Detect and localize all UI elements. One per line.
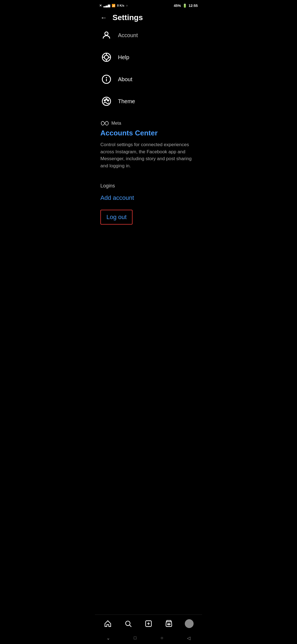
logins-section: Logins Add account Log out — [95, 180, 202, 236]
meta-logo-icon — [100, 121, 109, 126]
logins-label: Logins — [100, 183, 197, 189]
page-title: Settings — [112, 13, 143, 22]
svg-point-2 — [105, 55, 109, 59]
meta-section: Meta Accounts Center Control settings fo… — [95, 112, 202, 180]
sidebar-item-theme[interactable]: Theme — [95, 90, 202, 112]
sync-icon: ○ — [126, 4, 128, 7]
svg-point-13 — [108, 100, 109, 101]
header: ← Settings — [95, 10, 202, 26]
time: 12:55 — [189, 4, 198, 8]
svg-point-12 — [106, 99, 107, 100]
accounts-center-description: Control settings for connected experienc… — [100, 141, 197, 169]
about-icon — [100, 73, 112, 85]
help-icon — [100, 51, 112, 63]
status-bar: ✕ ▂▄▆ 📶 0 K/s ○ 45% 🔋 12:55 — [95, 0, 202, 10]
signal-icon: ✕ — [99, 4, 102, 7]
wifi-icon: 📶 — [112, 4, 116, 7]
status-left: ✕ ▂▄▆ 📶 0 K/s ○ — [99, 4, 128, 7]
signal-bars: ▂▄▆ — [103, 4, 110, 7]
account-icon — [100, 29, 112, 41]
meta-logo-text: Meta — [111, 121, 121, 126]
svg-point-11 — [104, 100, 106, 101]
about-label: About — [118, 76, 132, 83]
sidebar-item-about[interactable]: About — [95, 68, 202, 90]
accounts-center-link[interactable]: Accounts Center — [100, 129, 197, 137]
theme-icon — [100, 95, 112, 107]
add-account-link[interactable]: Add account — [100, 194, 197, 201]
back-button[interactable]: ← — [99, 13, 108, 23]
status-right: 45% 🔋 12:55 — [174, 4, 198, 8]
logout-button[interactable]: Log out — [100, 210, 133, 225]
data-speed: 0 K/s — [117, 4, 124, 7]
sidebar-item-help[interactable]: Help — [95, 46, 202, 68]
svg-point-0 — [105, 32, 108, 35]
battery-icon: 🔋 — [183, 4, 187, 8]
meta-logo: Meta — [100, 121, 197, 126]
help-label: Help — [118, 54, 129, 61]
battery-percent: 45% — [174, 4, 181, 8]
sidebar-item-account[interactable]: Account — [95, 26, 202, 46]
theme-label: Theme — [118, 98, 135, 105]
account-label: Account — [118, 32, 138, 39]
